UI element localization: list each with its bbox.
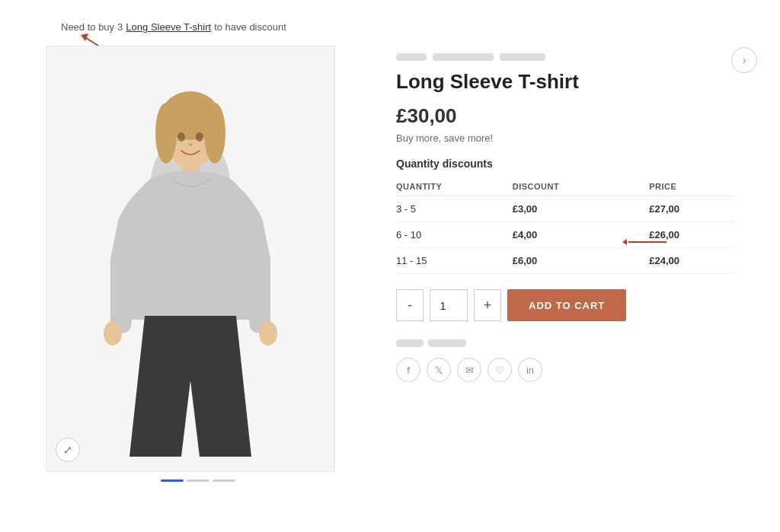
discounts-title: Quantity discounts: [396, 158, 734, 170]
cell-quantity: 3 - 5: [396, 196, 497, 222]
dot-1[interactable]: [161, 479, 184, 482]
dot-3[interactable]: [213, 479, 235, 482]
dot-2[interactable]: [187, 479, 209, 482]
cell-discount: £4,00: [497, 222, 635, 248]
qty-plus-button[interactable]: +: [474, 289, 501, 321]
table-row: 3 - 5 £3,00 £27,00: [396, 196, 734, 222]
svg-point-9: [204, 103, 225, 164]
table-row: 6 - 10 £4,00 £26,00: [396, 222, 734, 248]
cart-row: - + ADD TO CART: [396, 289, 734, 321]
svg-point-12: [259, 321, 277, 346]
buy-more-text: Buy more, save more!: [396, 132, 734, 144]
add-to-cart-button[interactable]: ADD TO CART: [507, 289, 626, 321]
breadcrumb: [396, 53, 734, 61]
linkedin-icon[interactable]: in: [518, 358, 542, 382]
social-placeholder: [396, 339, 734, 347]
col-discount: DISCOUNT: [497, 177, 635, 196]
col-price: PRICE: [634, 177, 734, 196]
social-icons: f 𝕏 ✉ ♡ in: [396, 358, 734, 382]
table-row: 11 - 15 £6,00 £24,00: [396, 248, 734, 274]
cell-price: £27,00: [634, 196, 734, 222]
image-dots: [46, 479, 350, 482]
svg-point-11: [104, 321, 122, 346]
col-quantity: QUANTITY: [396, 177, 497, 196]
qty-minus-button[interactable]: -: [396, 289, 424, 321]
svg-point-14: [196, 132, 203, 142]
cell-price: £26,00: [634, 222, 734, 248]
pinterest-icon[interactable]: ♡: [488, 358, 512, 382]
zoom-button[interactable]: ⤢: [56, 438, 80, 462]
cell-discount: £3,00: [497, 196, 635, 222]
twitter-icon[interactable]: 𝕏: [427, 358, 451, 382]
svg-point-8: [155, 103, 177, 164]
cell-discount: £6,00: [497, 248, 635, 274]
product-image-section: ⤢: [46, 46, 350, 482]
product-details: Long Sleeve T-shirt £30,00 Buy more, sav…: [396, 46, 734, 482]
product-title: Long Sleeve T-shirt: [396, 70, 734, 94]
qty-input[interactable]: [430, 289, 468, 321]
discount-table-header: QUANTITY DISCOUNT PRICE: [396, 177, 734, 196]
product-container: ⤢ Long Sleeve T-shirt £30,00 Buy more, s…: [0, 0, 780, 482]
facebook-icon[interactable]: f: [396, 358, 420, 382]
cell-price: £24,00: [634, 248, 734, 274]
cell-quantity: 6 - 10: [396, 222, 497, 248]
zoom-icon: ⤢: [63, 444, 72, 456]
product-image: [69, 61, 312, 457]
discount-table: QUANTITY DISCOUNT PRICE 3 - 5 £3,00 £27,…: [396, 177, 734, 274]
cell-quantity: 11 - 15: [396, 248, 497, 274]
svg-point-13: [177, 132, 185, 142]
product-image-wrapper: ⤢: [46, 46, 335, 472]
product-price: £30,00: [396, 104, 734, 128]
email-icon[interactable]: ✉: [457, 358, 481, 382]
discount-table-body: 3 - 5 £3,00 £27,00 6 - 10 £4,00 £26,00 1…: [396, 196, 734, 274]
